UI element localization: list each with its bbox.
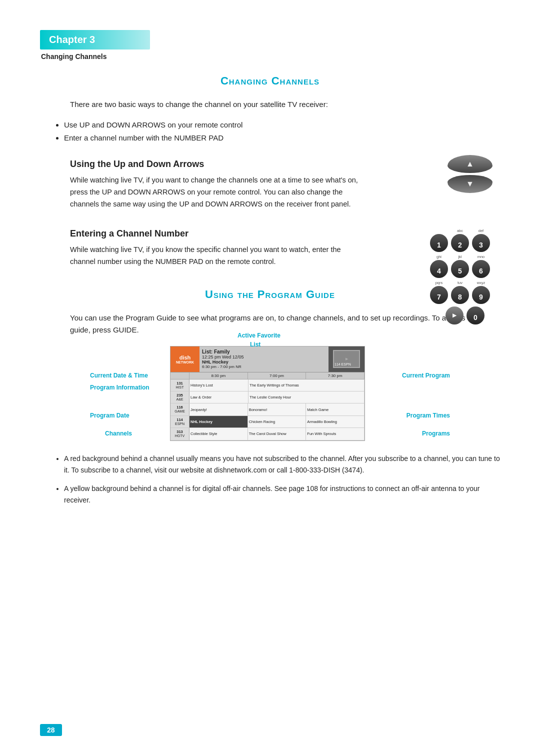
chapter-bar: Chapter 3 [40, 30, 150, 50]
guide-prog-5-2: The Carol Duval Show [248, 428, 306, 440]
numpad-row-2: 4 5 6 [430, 260, 500, 278]
guide-prog-3-2: Bonoramo! [248, 404, 306, 415]
guide-diagram: dish NETWORK List: Family 12:25 pm Wed 1… [170, 346, 365, 441]
numpad-row-3: 7 8 9 [430, 286, 500, 304]
guide-row-1-ch: 131 HIST [170, 380, 190, 391]
numpad-area: abc def 1 2 3 ghi jkl mno 4 5 6 pqrs tuv… [430, 228, 500, 327]
anno-active-favorite: Active Favorite [238, 332, 280, 339]
guide-col-ch-header [170, 372, 190, 379]
guide-header-info: List: Family 12:25 pm Wed 12/05 NHL Hock… [200, 346, 328, 372]
guide-prog-3-1: Jeopardy! [190, 404, 248, 415]
bottom-bullet-1: A red background behind a channel usuall… [64, 453, 500, 476]
bottom-bullet-2: A yellow background behind a channel is … [64, 483, 500, 506]
numpad-key-2: 2 [451, 234, 469, 252]
guide-row-4-ch: 114 ESPN [170, 416, 190, 428]
anno-program-date: Program Date [90, 412, 130, 419]
guide-program-time: 6:30 pm - 7:00 pm NR [202, 364, 326, 369]
section-intro-1: There are two basic ways to change the c… [70, 98, 500, 110]
bottom-bullets: A red background behind a channel usuall… [64, 453, 500, 506]
up-arrow-btn: ▲ [448, 155, 492, 173]
guide-row-4-programs: NHL Hockey Chicken Racing Armadillo Bowl… [190, 416, 364, 428]
anno-channels: Channels [105, 430, 132, 437]
guide-row-2-ch: 235 A&E [170, 392, 190, 403]
guide-prog-2-1: Law & Order [190, 392, 248, 403]
guide-row-4: 114 ESPN NHL Hockey Chicken Racing Armad… [170, 416, 364, 428]
numpad-key-1: 1 [430, 234, 448, 252]
guide-time-1: 8:30 pm [190, 372, 248, 379]
guide-prog-5-1: Collectible Style [190, 428, 248, 440]
guide-col-headers: 8:30 pm 7:00 pm 7:30 pm [170, 372, 364, 380]
subsection-body-1: While watching live TV, if you want to c… [70, 174, 360, 210]
guide-row-3: 116 GAME Jeopardy! Bonoramo! Match Game [170, 404, 364, 416]
numpad-key-9: 9 [472, 286, 490, 304]
numpad-key-6: 6 [472, 260, 490, 278]
guide-row-5-programs: Collectible Style The Carol Duval Show F… [190, 428, 364, 440]
bullet-1-2: Enter a channel number with the NUMBER P… [64, 132, 500, 144]
down-arrow-btn: ▼ [448, 175, 492, 193]
guide-row-3-programs: Jeopardy! Bonoramo! Match Game [190, 404, 364, 415]
guide-list-text: List: Family [202, 349, 326, 354]
anno-program-info: Program Information [90, 384, 150, 391]
guide-header: dish NETWORK List: Family 12:25 pm Wed 1… [170, 346, 364, 372]
anno-programs: Programs [422, 430, 450, 437]
guide-col-times: 8:30 pm 7:00 pm 7:30 pm [190, 372, 364, 379]
chapter-label: Chapter 3 [49, 34, 95, 45]
guide-row-2: 235 A&E Law & Order The Leslie Comedy Ho… [170, 392, 364, 404]
section-changing-channels: Changing Channels There are two basic wa… [40, 74, 500, 144]
numpad-key-8: 8 [451, 286, 469, 304]
subsection-channel-number: Entering a Channel Number abc def 1 2 3 … [70, 228, 500, 268]
page-number: 28 [40, 724, 62, 736]
guide-time-2: 7:00 pm [248, 372, 306, 379]
guide-row-3-ch: 116 GAME [170, 404, 190, 415]
numpad-row-4: ▶ 0 [430, 306, 500, 324]
guide-row-5-ch: 313 HGTV [170, 428, 190, 440]
guide-prog-1-1: History's Lost [190, 380, 248, 391]
guide-prog-1-2: The Early Writings of Thomas [248, 380, 364, 391]
remote-arrows: ▲ ▼ [440, 155, 500, 193]
numpad-row-labels-1: abc def [430, 228, 500, 233]
anno-list: List [250, 341, 260, 348]
guide-datetime: 12:25 pm Wed 12/05 [202, 354, 326, 360]
guide-channel-info: 114 ESPN [334, 362, 351, 366]
subsection-arrows: Using the Up and Down Arrows ▲ ▼ While w… [70, 159, 500, 210]
numpad-key-4: 4 [430, 260, 448, 278]
guide-prog-4-3: Armadillo Bowling [306, 416, 364, 428]
guide-prog-4-1: NHL Hockey [190, 416, 248, 428]
anno-current-program: Current Program [402, 372, 450, 379]
numpad-row-1: 1 2 3 [430, 234, 500, 252]
guide-row-2-programs: Law & Order The Leslie Comedy Hour [190, 392, 364, 403]
section1-bullets: Use UP and DOWN ARROWS on your remote co… [64, 118, 500, 144]
guide-program-title: NHL Hockey [202, 360, 326, 364]
numpad-row-labels-2: ghi jkl mno [430, 254, 500, 259]
guide-row-1-programs: History's Lost The Early Writings of Tho… [190, 380, 364, 391]
bullet-1-1: Use UP and DOWN ARROWS on your remote co… [64, 118, 500, 132]
numpad-row-labels-3: pqrs tuv wxyz [430, 280, 500, 285]
numpad-key-3: 3 [472, 234, 490, 252]
guide-time-3: 7:30 pm [306, 372, 364, 379]
subsection-title-1: Using the Up and Down Arrows [70, 159, 500, 170]
guide-row-5: 313 HGTV Collectible Style The Carol Duv… [170, 428, 364, 440]
guide-prog-5-3: Fun With Sprouts [306, 428, 364, 440]
guide-prog-3-3: Match Game [306, 404, 364, 415]
anno-current-date: Current Date & Time [90, 372, 148, 379]
numpad-key-5: 5 [451, 260, 469, 278]
guide-prog-4-2: Chicken Racing [248, 416, 306, 428]
guide-logo: dish NETWORK [170, 346, 200, 372]
guide-prog-2-2: The Leslie Comedy Hour [248, 392, 364, 403]
guide-diagram-wrapper: Active Favorite List Current Date & Time… [90, 346, 450, 441]
guide-tv-screen: ▶ 114 ESPN [333, 350, 360, 368]
guide-tv-icon: ▶ 114 ESPN [328, 346, 364, 372]
subsection-body-2: While watching live TV, if you know the … [70, 244, 360, 268]
numpad-key-7: 7 [430, 286, 448, 304]
anno-program-times: Program Times [406, 412, 450, 419]
section-title-1: Changing Channels [40, 74, 500, 88]
guide-row-1: 131 HIST History's Lost The Early Writin… [170, 380, 364, 392]
chapter-subtitle: Changing Channels [41, 52, 500, 60]
numpad-key-0: 0 [466, 306, 484, 324]
numpad-key-play: ▶ [446, 306, 464, 324]
